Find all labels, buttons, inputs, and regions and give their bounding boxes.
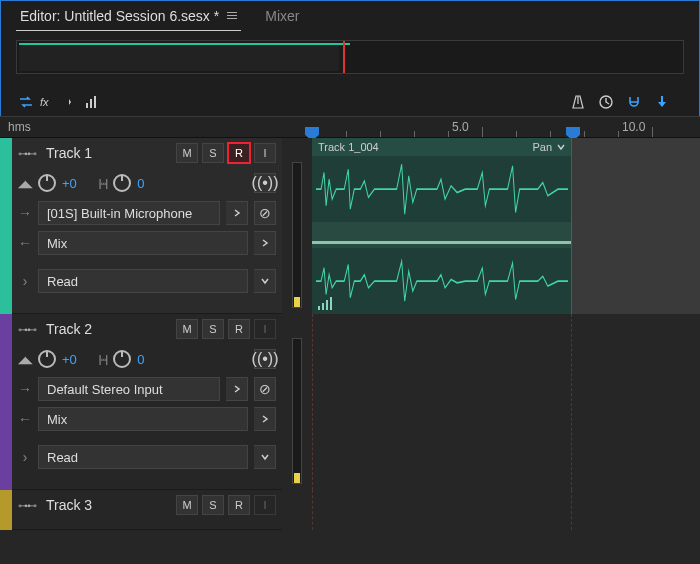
output-select[interactable]: Mix <box>38 407 248 431</box>
playhead-return-icon[interactable] <box>652 92 672 112</box>
automation-dropdown[interactable] <box>254 445 276 469</box>
pan-icon-small: |◦◦| <box>99 354 107 365</box>
audio-clip[interactable]: Track 1_004 Pan <box>312 138 572 314</box>
volume-value[interactable]: +0 <box>62 176 77 191</box>
clip-pan-label: Pan <box>532 141 552 153</box>
volume-icon: ◢◣ <box>18 354 32 365</box>
input-arrow-icon: → <box>18 205 32 221</box>
volume-knob[interactable] <box>38 174 56 192</box>
pan-knob[interactable] <box>113 350 131 368</box>
svg-rect-1 <box>86 103 88 108</box>
track-3-lane[interactable] <box>312 490 700 530</box>
input-monitor-button[interactable]: I <box>254 495 276 515</box>
solo-button[interactable]: S <box>202 319 224 339</box>
input-select[interactable]: [01S] Built-in Microphone <box>38 201 220 225</box>
overview-wrap <box>0 30 700 80</box>
input-select[interactable]: Default Stereo Input <box>38 377 220 401</box>
volume-knob[interactable] <box>38 350 56 368</box>
volume-icon: ◢◣ <box>18 178 32 189</box>
record-arm-button[interactable]: R <box>228 495 250 515</box>
clip-name: Track 1_004 <box>318 141 379 153</box>
tab-mixer-label: Mixer <box>265 8 299 24</box>
track-name[interactable]: Track 3 <box>42 497 170 513</box>
solo-button[interactable]: S <box>202 495 224 515</box>
ruler-unit[interactable]: hms <box>0 116 312 138</box>
pan-value[interactable]: 0 <box>137 352 144 367</box>
track-2-lane[interactable] <box>312 314 700 490</box>
pan-icon-small: |◦◦| <box>99 178 107 189</box>
pan-knob[interactable] <box>113 174 131 192</box>
solo-button[interactable]: S <box>202 143 224 163</box>
clip-level-icon <box>318 297 332 310</box>
automation-chevron[interactable]: › <box>18 449 32 465</box>
clock-icon[interactable] <box>596 92 616 112</box>
track-color <box>0 314 12 490</box>
output-select[interactable]: Mix <box>38 231 248 255</box>
svg-rect-2 <box>90 99 92 108</box>
track-meter-wrap <box>282 314 312 490</box>
time-ruler[interactable]: 5.0 10.0 <box>312 116 700 138</box>
tab-editor-label: Editor: Untitled Session 6.sesx * <box>20 8 219 24</box>
track-name[interactable]: Track 1 <box>42 145 170 161</box>
tracks-area: ⊶⊷ Track 1 M S R I ◢◣ +0 <box>0 138 700 564</box>
input-chevron[interactable] <box>226 201 248 225</box>
output-arrow-icon: ← <box>18 411 32 427</box>
overview-strip[interactable] <box>16 40 684 74</box>
output-chevron[interactable] <box>254 407 276 431</box>
track-meter <box>292 162 302 308</box>
input-phase-button[interactable]: ⊘ <box>254 201 276 225</box>
eq-icon[interactable] <box>82 92 102 112</box>
waveform-icon: ⊶⊷ <box>18 324 36 335</box>
mute-button[interactable]: M <box>176 495 198 515</box>
track-name[interactable]: Track 2 <box>42 321 170 337</box>
output-arrow-icon: ← <box>18 235 32 251</box>
track-color <box>0 138 12 314</box>
send-icon[interactable] <box>60 92 80 112</box>
automation-select[interactable]: Read <box>38 269 248 293</box>
tab-bar: Editor: Untitled Session 6.sesx * Mixer <box>0 0 700 30</box>
tab-menu-icon[interactable] <box>227 12 237 19</box>
volume-value[interactable]: +0 <box>62 352 77 367</box>
input-monitor-button[interactable]: I <box>254 319 276 339</box>
record-arm-button[interactable]: R <box>228 319 250 339</box>
svg-rect-3 <box>94 96 96 108</box>
track-2: ⊶⊷ Track 2 M S R I ◢◣ +0 <box>0 314 700 490</box>
snap-icon[interactable] <box>624 92 644 112</box>
track-meter-wrap <box>282 138 312 314</box>
tab-mixer[interactable]: Mixer <box>261 4 303 30</box>
ruler-mark: 10.0 <box>622 120 645 134</box>
svg-text:fx: fx <box>40 96 49 108</box>
pan-value[interactable]: 0 <box>137 176 144 191</box>
input-monitor-button[interactable]: I <box>254 143 276 163</box>
automation-select[interactable]: Read <box>38 445 248 469</box>
ruler-mark: 5.0 <box>452 120 469 134</box>
monitor-icon[interactable]: ((•)) <box>254 173 276 193</box>
automation-dropdown[interactable] <box>254 269 276 293</box>
metronome-icon[interactable] <box>568 92 588 112</box>
waveform-icon: ⊶⊷ <box>18 500 36 511</box>
tab-editor[interactable]: Editor: Untitled Session 6.sesx * <box>16 4 241 31</box>
waveform-icon: ⊶⊷ <box>18 148 36 159</box>
mute-button[interactable]: M <box>176 319 198 339</box>
chevron-down-icon[interactable] <box>556 142 566 152</box>
track-1: ⊶⊷ Track 1 M S R I ◢◣ +0 <box>0 138 700 314</box>
track-1-lane[interactable]: Track 1_004 Pan <box>312 138 700 314</box>
app-root: Editor: Untitled Session 6.sesx * Mixer … <box>0 0 700 564</box>
track-3: ⊶⊷ Track 3 M S R I <box>0 490 700 530</box>
monitor-icon[interactable]: ((•)) <box>254 349 276 369</box>
automation-chevron[interactable]: › <box>18 273 32 289</box>
swap-icon[interactable] <box>16 92 36 112</box>
fx-icon[interactable]: fx <box>38 92 58 112</box>
track-toolbar: fx <box>0 88 700 116</box>
output-chevron[interactable] <box>254 231 276 255</box>
input-arrow-icon: → <box>18 381 32 397</box>
ruler-row: hms 5.0 10.0 <box>0 116 700 138</box>
track-meter <box>292 338 302 484</box>
input-chevron[interactable] <box>226 377 248 401</box>
mute-button[interactable]: M <box>176 143 198 163</box>
track-color <box>0 490 12 530</box>
record-arm-button[interactable]: R <box>228 143 250 163</box>
input-phase-button[interactable]: ⊘ <box>254 377 276 401</box>
